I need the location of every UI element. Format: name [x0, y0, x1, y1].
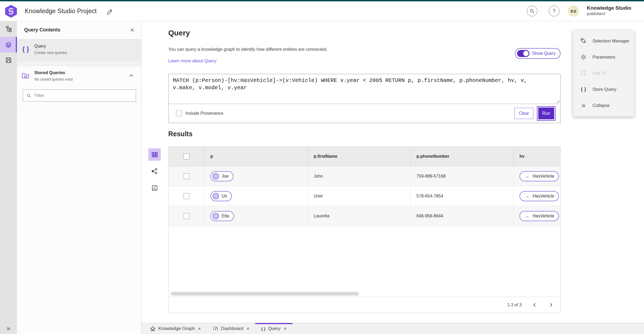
row-checkbox[interactable] — [184, 173, 189, 179]
tab-knowledge-graph[interactable]: Knowledge Graph × — [144, 323, 207, 334]
project-title: Knowledge Studio Project — [25, 8, 97, 15]
gauge-icon — [213, 326, 218, 332]
entity-node-icon — [213, 193, 219, 199]
user-avatar[interactable]: KS — [568, 5, 579, 17]
table-icon — [151, 151, 158, 158]
relationship-pill[interactable]: → HasVehicle — [519, 171, 559, 181]
chevron-right-icon — [549, 303, 553, 307]
close-tab-icon[interactable]: × — [247, 326, 250, 332]
arrow-right-icon: → — [524, 193, 529, 199]
cell-phone: 759-889-57168 — [410, 166, 513, 186]
chevron-left-icon — [532, 303, 537, 307]
main-area: Query You can query a knowledge graph to… — [141, 21, 644, 323]
table-view-button[interactable] — [148, 148, 161, 161]
search-icon — [529, 8, 535, 14]
stored-queries-title: Stored Queries — [34, 70, 65, 75]
braces-icon: { } — [580, 86, 587, 92]
add-to-icon — [580, 70, 587, 77]
page-description: You can query a knowledge graph to ident… — [168, 47, 327, 52]
chevron-up-icon — [129, 73, 134, 78]
parameters-button[interactable]: Parameters — [573, 49, 634, 65]
column-header-hv[interactable]: hv — [513, 147, 560, 166]
selection-manager-icon — [580, 38, 587, 44]
scrollbar-thumb[interactable] — [171, 292, 359, 296]
close-tab-icon[interactable]: × — [284, 326, 287, 332]
double-chevron-icon: » — [7, 325, 10, 332]
table-header-row: p p.firstName p.phoneNumber hv — [169, 147, 560, 166]
edit-title-button[interactable] — [106, 8, 114, 16]
column-header-p[interactable]: p — [204, 147, 308, 166]
selection-manager-button[interactable]: Selection Manager — [573, 33, 634, 49]
panel-item-stored-queries[interactable]: Stored Queries No stored queries exist — [17, 66, 141, 87]
toggle-switch-icon — [517, 50, 529, 57]
rail-item-data-model[interactable] — [0, 21, 17, 37]
collapse-panel-button[interactable]: » Collapse — [573, 97, 634, 113]
horizontal-scrollbar — [169, 290, 560, 297]
previous-page-button[interactable] — [531, 301, 538, 308]
query-item-title: Query — [34, 44, 46, 49]
close-icon: × — [130, 26, 134, 34]
close-tab-icon[interactable]: × — [198, 326, 201, 332]
row-checkbox[interactable] — [184, 193, 189, 199]
pagination-bar: 1-3 of 3 — [169, 297, 560, 313]
learn-more-link[interactable]: Learn more about Query — [168, 58, 217, 63]
user-role: publisher2 — [587, 11, 631, 16]
show-query-label: Show Query — [532, 51, 556, 56]
relationship-pill[interactable]: → HasVehicle — [519, 191, 559, 201]
magnifier-icon — [26, 93, 34, 98]
query-editor-box: MATCH (p:Person)-[hv:HasVehicle]->(v:Veh… — [168, 74, 561, 123]
include-provenance-checkbox[interactable] — [176, 110, 182, 116]
network-graph-icon — [150, 326, 156, 332]
map-icon — [151, 185, 158, 191]
table-row: Joe John 759-889-57168 → HasVehicle — [169, 166, 560, 186]
row-checkbox[interactable] — [184, 213, 189, 219]
column-header-firstname[interactable]: p.firstName — [308, 147, 410, 166]
resize-handle-icon[interactable] — [557, 100, 560, 103]
page-title: Query — [168, 29, 190, 37]
query-textarea[interactable]: MATCH (p:Person)-[hv:HasVehicle]->(v:Veh… — [169, 74, 539, 104]
include-provenance-label: Include Provenance — [185, 111, 223, 116]
select-all-checkbox[interactable] — [184, 153, 189, 159]
show-query-toggle[interactable]: Show Query — [515, 48, 561, 59]
bottom-tab-bar: Knowledge Graph × Dashboard × { } Query … — [141, 323, 644, 334]
entity-pill[interactable]: Etta — [210, 211, 234, 221]
rail-expand-button[interactable]: » — [0, 325, 17, 332]
filter-input[interactable] — [34, 93, 133, 98]
panel-item-query[interactable]: { } Query Create new queries — [17, 39, 141, 60]
column-header-phone[interactable]: p.phoneNumber — [410, 147, 513, 166]
store-query-button[interactable]: { } Store Query — [573, 81, 634, 97]
panel-rule — [17, 107, 141, 107]
entity-pill[interactable]: Joe — [210, 171, 233, 181]
collapse-section-button[interactable] — [127, 73, 135, 78]
filter-field — [23, 89, 136, 102]
cell-phone: 578-654-7854 — [410, 186, 513, 206]
results-view-toolbar — [148, 148, 161, 194]
org-chart-icon — [5, 26, 12, 33]
tab-dashboard[interactable]: Dashboard × — [207, 323, 255, 334]
layers-icon — [5, 41, 12, 48]
next-page-button[interactable] — [548, 301, 554, 308]
user-name: Knowledge Studio — [587, 5, 631, 11]
link-chart-view-button[interactable] — [148, 165, 161, 177]
tab-query[interactable]: { } Query × — [255, 323, 292, 334]
cell-phone: 846-956-8644 — [410, 206, 513, 226]
map-view-button[interactable] — [148, 182, 161, 194]
results-table: p p.firstName p.phoneNumber hv Joe John … — [168, 146, 561, 313]
panel-title: Query Contents — [24, 27, 60, 33]
entity-pill[interactable]: Uri — [210, 191, 232, 201]
relationship-pill[interactable]: → HasVehicle — [519, 211, 559, 221]
panel-close-button[interactable]: × — [129, 26, 136, 34]
query-footer: Include Provenance Clear Run — [169, 104, 560, 123]
help-button[interactable]: ? — [549, 6, 559, 16]
run-button[interactable]: Run — [538, 107, 554, 119]
search-button[interactable] — [527, 6, 537, 16]
app-logo-icon — [5, 5, 17, 18]
pencil-icon — [107, 8, 113, 15]
add-to-button: Add To — [573, 65, 634, 81]
cell-firstname: Lauretta — [308, 206, 410, 226]
rail-item-save[interactable] — [0, 52, 17, 68]
clear-button[interactable]: Clear — [514, 108, 533, 119]
rail-item-layers[interactable] — [0, 37, 17, 52]
query-contents-panel: Query Contents × { } Query Create new qu… — [17, 21, 141, 334]
results-title: Results — [168, 130, 192, 138]
